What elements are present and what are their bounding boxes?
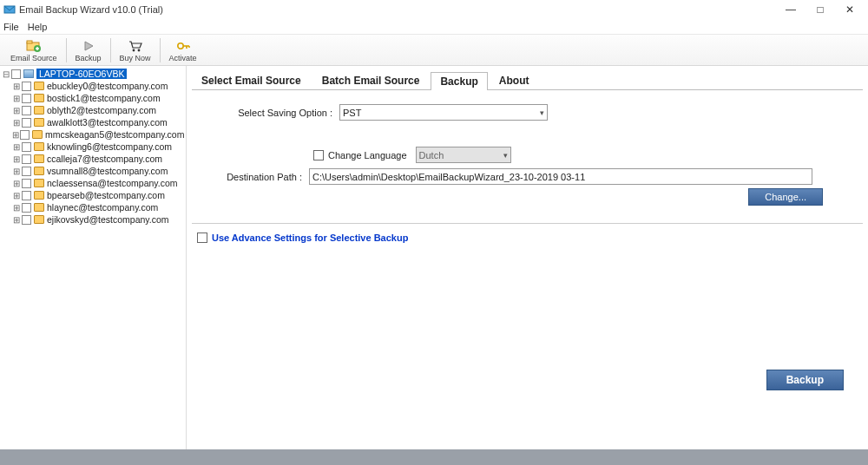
cart-icon [128, 38, 142, 54]
folder-add-icon [26, 38, 42, 54]
tree-item[interactable]: ⊞nclaessensa@testcompany.com [2, 177, 184, 189]
advance-settings-row[interactable]: Use Advance Settings for Selective Backu… [197, 232, 863, 243]
tab-batch-email-source[interactable]: Batch Email Source [312, 71, 430, 89]
checkbox[interactable] [22, 94, 31, 103]
main-panel: Select Email Source Batch Email Source B… [187, 66, 868, 449]
checkbox[interactable] [22, 118, 31, 128]
toolbar-backup[interactable]: Backup [69, 35, 108, 66]
toolbar-buy-now-label: Buy Now [120, 54, 151, 62]
tree-item[interactable]: ⊞bpearseb@testcompany.com [2, 189, 184, 201]
folder-icon [34, 167, 44, 175]
menu-bar: File Help [0, 19, 868, 35]
toolbar-buy-now[interactable]: Buy Now [113, 35, 158, 66]
checkbox[interactable] [22, 191, 31, 200]
expand-icon[interactable]: ⊞ [12, 179, 21, 188]
folder-icon [34, 82, 44, 90]
toolbar-backup-label: Backup [76, 54, 102, 62]
change-language-label: Change Language [328, 150, 407, 160]
tree-item-label: vsumnall8@testcompany.com [47, 166, 168, 176]
advance-settings-checkbox[interactable] [197, 232, 207, 243]
tree-item-label: nclaessensa@testcompany.com [47, 178, 178, 188]
checkbox[interactable] [22, 82, 31, 91]
language-select[interactable]: Dutch ▾ [416, 147, 511, 163]
tree-item-label: kknowling6@testcompany.com [47, 141, 172, 152]
checkbox[interactable] [11, 69, 21, 79]
toolbar-email-source[interactable]: Email Source [3, 35, 64, 66]
expand-icon[interactable]: ⊞ [12, 82, 21, 91]
change-language-checkbox[interactable] [313, 150, 324, 160]
tree-item-label: ejikovskyd@testcompany.com [47, 214, 169, 225]
menu-help[interactable]: Help [28, 22, 48, 32]
close-button[interactable]: ✕ [835, 0, 865, 19]
tab-select-email-source[interactable]: Select Email Source [192, 71, 311, 89]
expand-icon[interactable]: ⊞ [12, 203, 21, 213]
tab-backup[interactable]: Backup [431, 72, 487, 90]
tree-item[interactable]: ⊞vsumnall8@testcompany.com [2, 165, 184, 177]
toolbar: Email Source Backup Buy Now Activate [0, 35, 868, 66]
tree-item[interactable]: ⊞awalklott3@testcompany.com [2, 116, 184, 128]
tree-item[interactable]: ⊞oblyth2@testcompany.com [2, 104, 184, 116]
checkbox[interactable] [22, 203, 31, 213]
expand-icon[interactable]: ⊞ [12, 191, 21, 200]
checkbox[interactable] [22, 215, 31, 225]
title-bar: Email Backup Wizard v10.0 (Trial) — □ ✕ [0, 0, 868, 19]
folder-icon [34, 106, 44, 115]
tree-item-label: mmcskeagan5@testcompany.com [45, 129, 184, 140]
backup-button[interactable]: Backup [766, 370, 844, 390]
checkbox[interactable] [20, 130, 30, 140]
toolbar-separator [160, 38, 161, 62]
tree-root-label: LAPTOP-60EO6VBK [36, 69, 127, 79]
change-button[interactable]: Change... [748, 188, 823, 206]
svg-marker-6 [85, 42, 93, 50]
expand-icon[interactable]: ⊞ [12, 94, 21, 103]
saving-option-select[interactable]: PST ▾ [339, 104, 548, 121]
account-tree: ⊟ LAPTOP-60EO6VBK ⊞ebuckley0@testcompany… [0, 66, 187, 449]
expand-icon[interactable]: ⊞ [12, 142, 21, 152]
app-icon [3, 3, 16, 16]
language-value: Dutch [419, 150, 444, 160]
maximize-button[interactable]: □ [806, 0, 835, 19]
checkbox[interactable] [22, 179, 31, 188]
play-icon [82, 38, 95, 54]
expand-icon[interactable]: ⊞ [12, 154, 21, 164]
checkbox[interactable] [22, 167, 31, 176]
folder-icon [34, 203, 44, 212]
tree-item[interactable]: ⊞hlaynec@testcompany.com [2, 201, 184, 213]
folder-icon [34, 118, 44, 127]
tab-about[interactable]: About [490, 71, 539, 89]
destination-path-label: Destination Path : [192, 172, 309, 182]
collapse-icon[interactable]: ⊟ [2, 69, 10, 79]
expand-icon[interactable]: ⊞ [12, 118, 21, 128]
window-title: Email Backup Wizard v10.0 (Trial) [19, 4, 163, 15]
destination-path-input[interactable]: C:\Users\admin\Desktop\EmailBackupWizard… [309, 168, 812, 185]
folder-icon [34, 179, 44, 187]
expand-icon[interactable]: ⊞ [12, 106, 21, 115]
tree-item-label: bpearseb@testcompany.com [47, 190, 165, 200]
saving-option-value: PST [343, 108, 361, 118]
tree-root[interactable]: ⊟ LAPTOP-60EO6VBK [2, 68, 184, 80]
checkbox[interactable] [22, 154, 31, 164]
tree-item[interactable]: ⊞ccalleja7@testcompany.com [2, 153, 184, 165]
saving-option-label: Select Saving Option : [192, 108, 339, 118]
folder-icon [32, 130, 43, 139]
tree-item-label: hlaynec@testcompany.com [47, 202, 158, 213]
chevron-down-icon: ▾ [503, 151, 508, 160]
svg-point-8 [137, 49, 140, 51]
tree-item[interactable]: ⊞mmcskeagan5@testcompany.com [2, 128, 184, 141]
key-icon [176, 38, 190, 54]
toolbar-separator [110, 38, 111, 62]
checkbox[interactable] [22, 106, 31, 115]
expand-icon[interactable]: ⊞ [12, 167, 21, 176]
tree-item-label: oblyth2@testcompany.com [47, 105, 156, 115]
tree-item[interactable]: ⊞bostick1@testcompany.com [2, 92, 184, 104]
checkbox[interactable] [22, 142, 31, 152]
toolbar-activate[interactable]: Activate [162, 35, 204, 66]
destination-path-value: C:\Users\admin\Desktop\EmailBackupWizard… [312, 172, 585, 182]
expand-icon[interactable]: ⊞ [12, 130, 19, 140]
tree-item[interactable]: ⊞ejikovskyd@testcompany.com [2, 213, 184, 226]
tree-item[interactable]: ⊞kknowling6@testcompany.com [2, 141, 184, 153]
expand-icon[interactable]: ⊞ [12, 215, 21, 225]
minimize-button[interactable]: — [776, 0, 806, 19]
menu-file[interactable]: File [3, 22, 19, 32]
tree-item[interactable]: ⊞ebuckley0@testcompany.com [2, 80, 184, 92]
